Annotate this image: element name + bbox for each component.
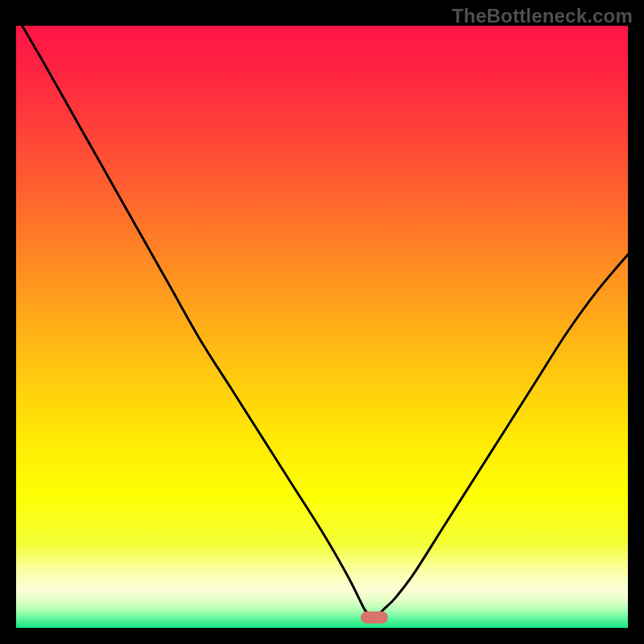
optimal-marker (361, 612, 388, 624)
plot-area (16, 26, 628, 628)
chart-frame: TheBottleneck.com (0, 0, 644, 644)
bottleneck-curve (16, 26, 628, 628)
watermark-text: TheBottleneck.com (452, 5, 633, 27)
